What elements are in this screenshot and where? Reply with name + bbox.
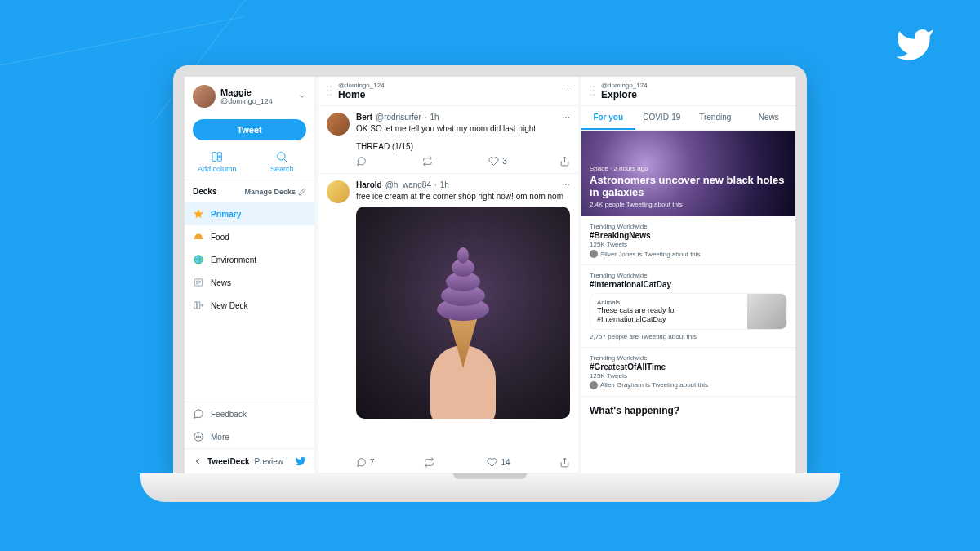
like-button[interactable]: 3 bbox=[488, 156, 507, 167]
tweet-image[interactable] bbox=[356, 207, 570, 419]
user-handle: @domingo_124 bbox=[220, 97, 293, 105]
tab-for-you[interactable]: For you bbox=[581, 106, 635, 130]
tweet[interactable]: Bert @rodrisurfer · 1h ⋯ OK SO let me te… bbox=[318, 106, 578, 174]
deck-item-environment[interactable]: Environment bbox=[185, 248, 314, 271]
svg-rect-25 bbox=[198, 302, 200, 309]
svg-point-29 bbox=[196, 436, 197, 437]
deck-item-primary[interactable]: Primary bbox=[185, 202, 314, 225]
svg-point-15 bbox=[278, 153, 285, 160]
mini-avatar bbox=[590, 381, 598, 389]
more-circle-icon bbox=[193, 431, 204, 442]
tweet-avatar bbox=[327, 180, 350, 203]
compose-tweet-button[interactable]: Tweet bbox=[193, 119, 306, 140]
twitter-bird-icon bbox=[295, 455, 306, 467]
whats-happening-heading: What's happening? bbox=[581, 397, 795, 424]
explore-hero[interactable]: Space · 2 hours ago Astronomers uncover … bbox=[581, 131, 795, 216]
back-arrow-icon[interactable] bbox=[193, 456, 203, 466]
retweet-button[interactable] bbox=[424, 457, 438, 468]
column-header-explore[interactable]: @domingo_124 Explore bbox=[581, 77, 795, 106]
retweet-icon bbox=[422, 156, 433, 167]
decks-heading: Decks bbox=[193, 187, 216, 196]
tab-trending[interactable]: Trending bbox=[688, 106, 742, 130]
drag-handle-icon[interactable] bbox=[590, 86, 596, 97]
share-icon bbox=[559, 156, 570, 167]
news-icon bbox=[193, 277, 204, 288]
deck-item-news[interactable]: News bbox=[185, 271, 314, 294]
trend-card[interactable]: Animals These cats are ready for #Intern… bbox=[590, 293, 787, 330]
user-avatar bbox=[193, 85, 216, 108]
sidebar: Maggie @domingo_124 Tweet Add column Sea… bbox=[185, 77, 315, 473]
trend-item[interactable]: Trending Worldwide #GreatestOfAllTime 12… bbox=[581, 348, 795, 397]
search-icon bbox=[275, 150, 288, 163]
chevron-down-icon bbox=[298, 92, 306, 100]
deck-item-food[interactable]: Food bbox=[185, 225, 314, 248]
tweet-more-icon[interactable]: ⋯ bbox=[562, 180, 570, 189]
add-column-icon bbox=[211, 150, 224, 163]
retweet-icon bbox=[424, 457, 434, 468]
heart-icon bbox=[488, 156, 499, 167]
deck-list: Primary Food Environment News bbox=[185, 202, 314, 402]
reply-icon bbox=[356, 156, 367, 167]
svg-marker-17 bbox=[194, 209, 203, 218]
card-thumbnail bbox=[747, 294, 786, 329]
manage-decks-button[interactable]: Manage Decks bbox=[244, 188, 306, 196]
reply-icon bbox=[356, 457, 367, 468]
svg-point-31 bbox=[200, 436, 201, 437]
user-display-name: Maggie bbox=[220, 87, 293, 97]
home-column: @domingo_124 Home ⋯ Bert @rodrisurfer · … bbox=[318, 77, 578, 473]
globe-icon bbox=[193, 254, 204, 265]
svg-point-30 bbox=[198, 436, 198, 437]
retweet-button[interactable] bbox=[422, 156, 436, 167]
pencil-icon bbox=[298, 188, 306, 196]
column-options-icon[interactable]: ⋯ bbox=[562, 87, 570, 96]
add-column-button[interactable]: Add column bbox=[185, 144, 250, 180]
deck-item-new-deck[interactable]: New Deck bbox=[185, 294, 314, 317]
explore-tabs: For you COVID-19 Trending News bbox=[581, 106, 795, 131]
trend-item[interactable]: Trending Worldwide #BreakingNews 125K Tw… bbox=[581, 216, 795, 265]
tab-news[interactable]: News bbox=[742, 106, 796, 130]
tweet-more-icon[interactable]: ⋯ bbox=[562, 113, 570, 122]
laptop-frame: Maggie @domingo_124 Tweet Add column Sea… bbox=[173, 65, 807, 502]
tab-covid19[interactable]: COVID-19 bbox=[635, 106, 689, 130]
svg-rect-11 bbox=[212, 153, 216, 162]
reply-button[interactable] bbox=[356, 156, 370, 167]
share-button[interactable] bbox=[559, 457, 570, 468]
more-button[interactable]: More bbox=[185, 425, 314, 448]
tweet[interactable]: Harold @h_wang84 · 1h ⋯ free ice cream a… bbox=[318, 174, 578, 452]
twitter-bird-icon bbox=[890, 24, 939, 65]
heart-icon bbox=[487, 457, 497, 468]
trend-item[interactable]: Trending Worldwide #InternationalCatDay … bbox=[581, 265, 795, 348]
drag-handle-icon[interactable] bbox=[327, 86, 333, 97]
mini-avatar bbox=[590, 250, 598, 258]
chat-icon bbox=[193, 408, 204, 420]
branding-bar: TweetDeck Preview bbox=[185, 448, 314, 473]
search-button[interactable]: Search bbox=[250, 144, 315, 180]
account-switcher[interactable]: Maggie @domingo_124 bbox=[185, 77, 314, 116]
columns-plus-icon bbox=[193, 300, 204, 311]
star-icon bbox=[193, 208, 204, 220]
explore-column: @domingo_124 Explore For you COVID-19 Tr… bbox=[581, 77, 795, 473]
food-icon bbox=[193, 231, 204, 242]
tweetdeck-app: Maggie @domingo_124 Tweet Add column Sea… bbox=[185, 77, 795, 473]
svg-rect-18 bbox=[194, 238, 203, 239]
share-button[interactable] bbox=[559, 156, 570, 167]
column-header-home[interactable]: @domingo_124 Home ⋯ bbox=[318, 77, 578, 106]
svg-line-16 bbox=[284, 159, 287, 162]
tweet-avatar bbox=[327, 113, 350, 136]
svg-line-0 bbox=[0, 0, 245, 65]
share-icon bbox=[559, 457, 570, 468]
feedback-button[interactable]: Feedback bbox=[185, 402, 314, 425]
like-button[interactable]: 14 bbox=[487, 457, 510, 468]
reply-button[interactable]: 7 bbox=[356, 457, 375, 468]
svg-rect-24 bbox=[194, 302, 197, 309]
